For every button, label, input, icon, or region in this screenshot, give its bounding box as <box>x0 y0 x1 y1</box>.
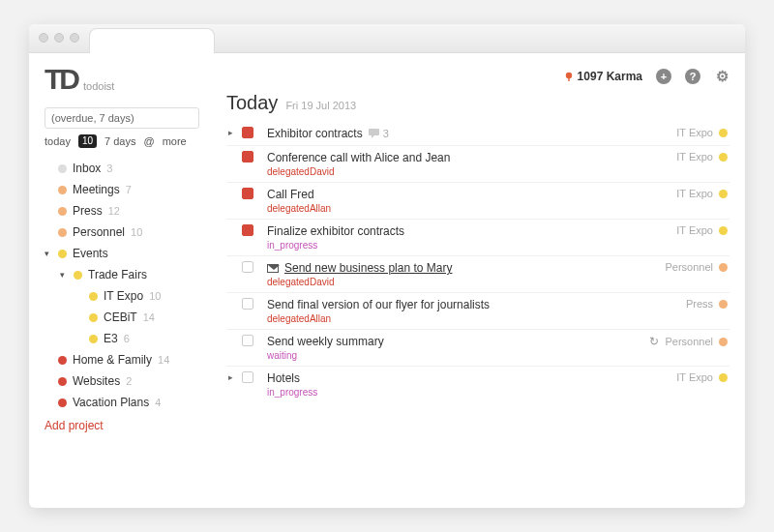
project-count: 7 <box>126 184 132 195</box>
sidebar: TD todoist today 10 7 days @ more Inbox … <box>45 63 219 500</box>
traffic-dot[interactable] <box>54 33 64 43</box>
tab-7days[interactable]: 7 days <box>104 135 135 147</box>
project-name: Trade Fairs <box>88 268 147 281</box>
task-project-label[interactable]: IT Expo <box>676 371 713 383</box>
sidebar-project[interactable]: Vacation Plans 4 <box>45 394 219 411</box>
task-left: ▸ <box>228 261 259 273</box>
task-row[interactable]: ▸Exhibitor contracts3IT Expo <box>226 122 729 146</box>
task-right: IT Expo <box>676 224 728 236</box>
recurring-icon: ↻ <box>649 335 659 348</box>
task-body: Hotelsin_progress <box>267 371 669 398</box>
tab-today[interactable]: today <box>45 135 71 147</box>
task-meta: delegatedDavid <box>267 277 657 287</box>
sidebar-project[interactable]: IT Expo 10 <box>45 287 219 305</box>
task-meta: delegatedDavid <box>267 166 669 177</box>
top-bar: 1097 Karma + ? ⚙ <box>226 63 729 90</box>
task-row[interactable]: ▸Call FreddelegatedAllanIT Expo <box>226 183 729 220</box>
sidebar-project[interactable]: ▾Events <box>45 245 219 262</box>
project-count: 10 <box>149 290 161 302</box>
task-checkbox[interactable] <box>242 188 253 199</box>
task-project-label[interactable]: Personnel <box>665 261 713 273</box>
expand-chevron-icon[interactable]: ▸ <box>228 372 236 382</box>
project-name: E3 <box>104 332 118 345</box>
task-project-label[interactable]: Press <box>686 298 713 310</box>
main-panel: 1097 Karma + ? ⚙ Today Fri 19 Jul 2013 ▸… <box>219 63 729 500</box>
task-project-label[interactable]: Personnel <box>665 336 713 347</box>
task-row[interactable]: ▸Send new business plan to Marydelegated… <box>226 256 729 293</box>
view-heading: Today Fri 19 Jul 2013 <box>226 92 729 114</box>
sidebar-project[interactable]: Inbox 3 <box>45 160 219 177</box>
project-color-dot <box>89 292 98 301</box>
task-left: ▸ <box>228 224 259 236</box>
task-row[interactable]: ▸Finalize exhibitor contractsin_progress… <box>226 220 729 256</box>
project-color-dot <box>89 335 98 343</box>
task-checkbox[interactable] <box>242 127 253 138</box>
sidebar-project[interactable]: E3 6 <box>45 330 219 347</box>
task-row[interactable]: ▸Send final version of our flyer for jou… <box>226 293 729 330</box>
tab-more[interactable]: more <box>163 135 187 147</box>
task-project-label[interactable]: IT Expo <box>676 224 713 236</box>
sidebar-project[interactable]: Home & Family 14 <box>45 351 219 369</box>
project-count: 3 <box>106 163 112 174</box>
project-color-dot <box>719 153 728 162</box>
task-right: Personnel <box>665 261 728 273</box>
tab-at[interactable]: @ <box>143 135 154 147</box>
task-right: ↻Personnel <box>649 335 728 348</box>
svg-rect-1 <box>369 129 379 135</box>
task-project-label[interactable]: IT Expo <box>676 151 713 163</box>
task-checkbox[interactable] <box>242 151 253 163</box>
task-checkbox[interactable] <box>242 224 253 236</box>
project-color-dot <box>719 373 728 382</box>
comment-count: 3 <box>383 128 389 139</box>
project-name: Press <box>73 204 103 218</box>
window-controls[interactable] <box>39 33 79 43</box>
karma-indicator[interactable]: 1097 Karma <box>564 70 642 83</box>
task-title: Conference call with Alice and Jean <box>267 151 450 164</box>
sidebar-project[interactable]: Press 12 <box>45 202 219 220</box>
task-title: Exhibitor contracts <box>267 127 363 140</box>
svg-point-0 <box>565 73 571 78</box>
task-left: ▸ <box>228 188 259 199</box>
add-icon[interactable]: + <box>656 69 671 84</box>
sidebar-project[interactable]: Personnel 10 <box>45 223 219 241</box>
traffic-dot[interactable] <box>39 33 48 43</box>
expand-chevron-icon[interactable]: ▸ <box>228 128 236 137</box>
project-count: 10 <box>131 226 142 238</box>
task-checkbox[interactable] <box>242 261 253 273</box>
project-name: Home & Family <box>73 353 152 367</box>
task-body: Finalize exhibitor contractsin_progress <box>267 224 669 251</box>
task-meta: in_progress <box>267 240 669 251</box>
project-color-dot <box>89 313 98 322</box>
project-color-dot <box>719 338 728 346</box>
sidebar-project[interactable]: ▾Trade Fairs <box>45 266 219 283</box>
task-checkbox[interactable] <box>242 335 253 346</box>
project-color-dot <box>58 399 67 407</box>
project-name: Websites <box>73 374 120 388</box>
task-checkbox[interactable] <box>242 298 253 310</box>
task-title: Send new business plan to Mary <box>284 261 452 275</box>
task-project-label[interactable]: IT Expo <box>676 127 713 138</box>
task-left: ▸ <box>228 335 259 346</box>
sidebar-project[interactable]: Meetings 7 <box>45 181 219 198</box>
gear-icon[interactable]: ⚙ <box>714 69 729 84</box>
traffic-dot[interactable] <box>70 33 79 43</box>
task-project-label[interactable]: IT Expo <box>676 188 713 199</box>
task-row[interactable]: ▸Hotelsin_progressIT Expo <box>226 367 729 402</box>
project-color-dot <box>58 186 67 194</box>
task-row[interactable]: ▸Conference call with Alice and Jeandele… <box>226 146 729 183</box>
comment-indicator[interactable]: 3 <box>369 128 389 139</box>
task-row[interactable]: ▸Send weekly summarywaiting↻Personnel <box>226 330 729 367</box>
task-checkbox[interactable] <box>242 371 253 383</box>
filter-input[interactable] <box>45 107 199 129</box>
project-name: CEBiT <box>104 310 137 324</box>
sidebar-project[interactable]: CEBiT 14 <box>45 309 219 326</box>
project-color-dot <box>719 263 728 272</box>
task-right: IT Expo <box>676 371 728 383</box>
task-body: Exhibitor contracts3 <box>267 127 669 140</box>
browser-tab[interactable] <box>89 28 215 53</box>
help-icon[interactable]: ? <box>685 69 700 84</box>
sidebar-project[interactable]: Websites 2 <box>45 372 219 390</box>
task-left: ▸ <box>228 298 259 310</box>
caret-icon: ▾ <box>45 249 52 258</box>
add-project-link[interactable]: Add project <box>45 419 219 432</box>
